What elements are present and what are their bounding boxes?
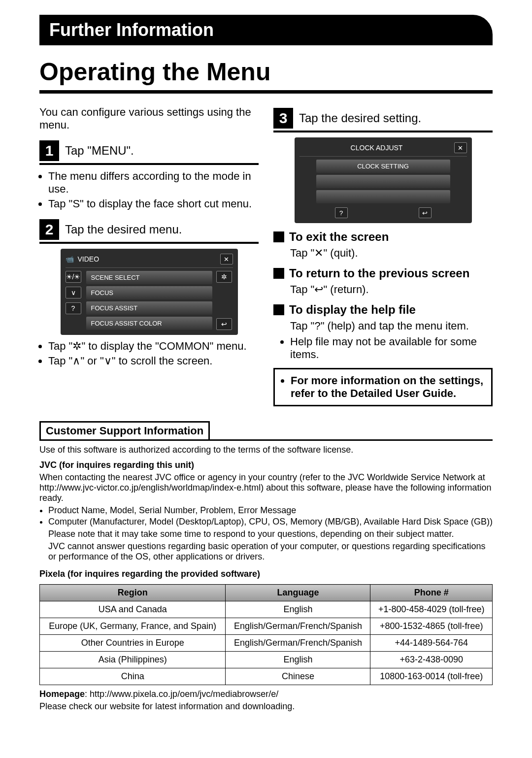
subsection-detail: Tap "✕" (quit). (290, 247, 493, 260)
page-title: Operating the Menu (39, 58, 493, 94)
table-cell: Asia (Philippines) (40, 652, 226, 668)
table-header: Region (40, 585, 226, 601)
table-cell: China (40, 668, 226, 685)
subsection-detail: Tap "↩" (return). (290, 283, 493, 296)
table-row: Other Countries in EuropeEnglish/German/… (40, 635, 493, 652)
help-icon[interactable]: ? (335, 207, 348, 218)
step-1-bullet: Tap "S" to display the face short cut me… (48, 198, 259, 210)
intro-text: You can configure various settings using… (39, 106, 259, 132)
table-cell: +800-1532-4865 (toll-free) (370, 618, 493, 635)
table-row: USA and CanadaEnglish+1-800-458-4029 (to… (40, 601, 493, 618)
subsection-detail: Tap "?" (help) and tap the menu item. (290, 320, 493, 332)
chevron-down-icon[interactable]: ∨ (66, 287, 81, 298)
note-box: For more information on the settings, re… (273, 368, 493, 406)
support-table: Region Language Phone # USA and CanadaEn… (39, 584, 493, 685)
screen-title: CLOCK ADJUST (299, 144, 454, 152)
note-text: For more information on the settings, re… (291, 374, 484, 400)
menu-item[interactable]: SCENE SELECT (86, 271, 212, 284)
menu-item[interactable] (316, 175, 450, 188)
jvc-list-item: Product Name, Model, Serial Number, Prob… (48, 505, 493, 516)
table-cell: USA and Canada (40, 601, 226, 618)
screen-title: VIDEO (74, 255, 220, 263)
video-icon: 📹 (66, 255, 74, 263)
jvc-list-item: Computer (Manufacturer, Model (Desktop/L… (48, 517, 493, 527)
light-icon[interactable]: ☀/☀ (66, 271, 81, 283)
table-cell: +1-800-458-4029 (toll-free) (370, 601, 493, 618)
step-2-bullet: Tap "∧" or "∨" to scroll the screen. (48, 355, 259, 367)
close-icon[interactable]: ✕ (454, 142, 467, 153)
table-cell: +63-2-438-0090 (370, 652, 493, 668)
subsection-title: To exit the screen (289, 230, 389, 244)
subsection-title: To display the help file (289, 303, 416, 317)
homepage-note: Please check our website for latest info… (39, 701, 493, 712)
jvc-heading: JVC (39, 460, 57, 470)
menu-item[interactable]: FOCUS ASSIST COLOR (86, 317, 212, 330)
table-cell: Europe (UK, Germany, France, and Spain) (40, 618, 226, 635)
table-cell: English (226, 601, 370, 618)
step-2-text: Tap the desired menu. (65, 223, 182, 236)
subsection-bullet: Help file may not be available for some … (290, 335, 493, 361)
square-bullet-icon (273, 268, 284, 279)
table-row: ChinaChinese10800-163-0014 (toll-free) (40, 668, 493, 685)
square-bullet-icon (273, 231, 284, 242)
table-row: Europe (UK, Germany, France, and Spain)E… (40, 618, 493, 635)
menu-item[interactable]: CLOCK SETTING (316, 160, 450, 173)
step-2-number: 2 (39, 219, 59, 240)
jvc-note: JVC cannot answer questions regarding ba… (39, 541, 493, 562)
homepage-label: Homepage (39, 689, 85, 699)
close-icon[interactable]: ✕ (220, 254, 233, 264)
step-2-bullet: Tap "✲" to display the "COMMON" menu. (48, 340, 259, 353)
pixela-heading: Pixela (for inquires regarding the provi… (39, 569, 493, 579)
menu-item[interactable] (316, 190, 450, 203)
table-cell: +44-1489-564-764 (370, 635, 493, 652)
return-icon[interactable]: ↩ (419, 207, 432, 218)
step-1-bullets: The menu differs according to the mode i… (39, 170, 259, 210)
table-cell: Other Countries in Europe (40, 635, 226, 652)
table-cell: Chinese (226, 668, 370, 685)
subsection-exit: To exit the screen (273, 230, 493, 244)
common-icon[interactable]: ✲ (216, 271, 232, 283)
square-bullet-icon (273, 304, 284, 315)
step-2-header: 2 Tap the desired menu. (39, 217, 259, 244)
support-header: Customer Support Information (39, 421, 210, 439)
step-1-text: Tap "MENU". (65, 144, 134, 158)
step-2-bullets: Tap "✲" to display the "COMMON" menu. Ta… (39, 340, 259, 367)
jvc-note: Please note that it may take some time t… (39, 529, 493, 539)
jvc-heading-sub: (for inquires regarding this unit) (59, 460, 194, 470)
homepage-line: Homepage: http://www.pixela.co.jp/oem/jv… (39, 689, 493, 699)
subsection-title: To return to the previous screen (289, 266, 469, 280)
subsection-return: To return to the previous screen (273, 266, 493, 280)
subsection-bullets: Help file may not be available for some … (281, 335, 493, 361)
table-row: Asia (Philippines)English+63-2-438-0090 (40, 652, 493, 668)
step-1-number: 1 (39, 140, 59, 161)
subsection-help: To display the help file (273, 303, 493, 317)
return-icon[interactable]: ↩ (216, 318, 232, 330)
menu-item[interactable]: FOCUS (86, 286, 212, 299)
step-3-number: 3 (273, 108, 293, 129)
screen-mockup-clock-adjust: CLOCK ADJUST ✕ CLOCK SETTING ? ↩ (295, 137, 472, 223)
help-icon[interactable]: ? (66, 302, 81, 314)
jvc-contact: When contacting the nearest JVC office o… (39, 472, 493, 503)
table-cell: 10800-163-0014 (toll-free) (370, 668, 493, 685)
jvc-list: Product Name, Model, Serial Number, Prob… (39, 505, 493, 527)
section-header: Further Information (39, 15, 493, 45)
table-header: Phone # (370, 585, 493, 601)
step-1-header: 1 Tap "MENU". (39, 138, 259, 165)
step-3-header: 3 Tap the desired setting. (273, 106, 493, 132)
step-1-bullet: The menu differs according to the mode i… (48, 170, 259, 196)
screen-mockup-video-menu: 📹 VIDEO ✕ ☀/☀ ∨ ? SCENE SELECT FOCUS FOC… (61, 249, 238, 335)
step-3-text: Tap the desired setting. (299, 111, 421, 125)
table-cell: English/German/French/Spanish (226, 635, 370, 652)
table-cell: English/German/French/Spanish (226, 618, 370, 635)
menu-item[interactable]: FOCUS ASSIST (86, 301, 212, 315)
table-cell: English (226, 652, 370, 668)
license-text: Use of this software is authorized accor… (39, 445, 493, 455)
homepage-url: http://www.pixela.co.jp/oem/jvc/mediabro… (90, 689, 278, 699)
table-header: Language (226, 585, 370, 601)
